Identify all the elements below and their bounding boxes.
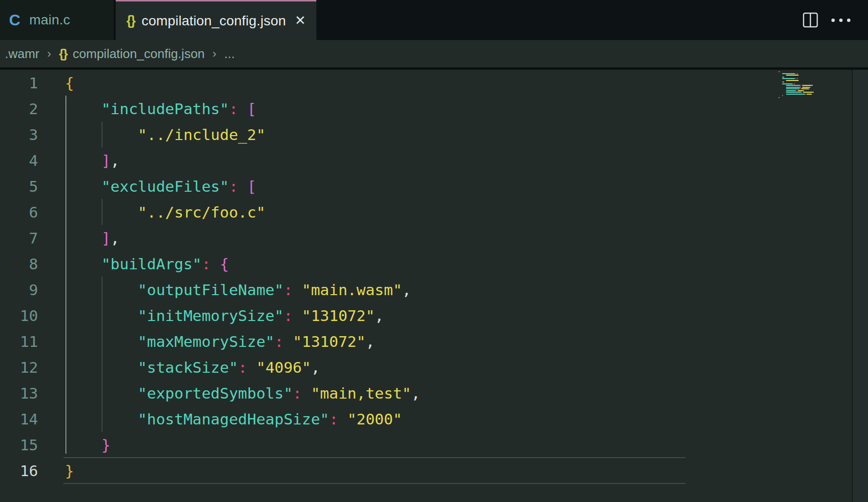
code-line[interactable]: 10 "initMemorySize": "131072", (0, 302, 684, 328)
line-number: 4 (0, 152, 38, 169)
line-number: 9 (0, 281, 38, 299)
line-number: 12 (0, 359, 38, 376)
code-line[interactable]: 8 "buildArgs": { (0, 251, 684, 277)
tab-main-c[interactable]: C main.c (0, 0, 116, 40)
minimap[interactable] (779, 71, 852, 105)
minimap-line (802, 85, 812, 86)
line-number: 13 (0, 384, 38, 402)
minimap-line (782, 73, 795, 74)
code-text: "hostManagedHeapSize": "2000" (38, 410, 402, 428)
minimap-line (795, 73, 796, 74)
line-number: 14 (0, 410, 38, 428)
minimap-line (801, 92, 802, 93)
minimap-line (806, 94, 812, 95)
json-icon: {} (59, 46, 67, 61)
minimap-line (786, 75, 799, 76)
code-line[interactable]: 1{ (0, 70, 684, 96)
line-number: 2 (0, 100, 38, 118)
minimap-line (782, 78, 795, 79)
close-icon[interactable]: ✕ (295, 14, 306, 27)
breadcrumb-file[interactable]: compilation_config.json (73, 46, 205, 61)
minimap-line (783, 77, 784, 78)
line-number: 8 (0, 255, 38, 273)
line-number: 6 (0, 203, 38, 221)
code-line[interactable]: 6 "../src/foo.c" (0, 199, 684, 225)
breadcrumb-symbol-overflow[interactable]: ... (224, 46, 235, 61)
minimap-line (786, 80, 799, 81)
minimap-line (802, 87, 809, 88)
ellipsis-icon (831, 19, 835, 22)
minimap-line (800, 87, 801, 88)
c-file-icon: C (7, 11, 22, 29)
tab-compilation-config-json[interactable]: {} compilation_config.json ✕ (116, 0, 316, 40)
breadcrumb: .wamr › {} compilation_config.json › ... (0, 40, 868, 67)
tab-bar: C main.c {} compilation_config.json ✕ (0, 0, 868, 40)
code-line[interactable]: 7 ], (0, 225, 684, 251)
minimap-line (796, 90, 797, 91)
code-line[interactable]: 11 "maxMemorySize": "131072", (0, 328, 684, 354)
json-icon: {} (126, 13, 135, 28)
editor-actions (802, 0, 868, 40)
code-line[interactable]: 2 "includePaths": [ (0, 96, 684, 121)
line-number: 7 (0, 229, 38, 247)
minimap-line (798, 90, 803, 91)
code-text: } (38, 436, 110, 454)
code-line[interactable]: 4 ], (0, 147, 684, 173)
minimap-line (797, 78, 798, 79)
code-text: } (38, 462, 74, 480)
chevron-right-icon: › (47, 47, 51, 60)
minimap-line (797, 73, 798, 74)
line-number: 16 (0, 462, 38, 480)
minimap-line (786, 85, 801, 86)
code-line[interactable]: 5 "excludeFiles": [ (0, 173, 684, 199)
minimap-line (792, 83, 793, 84)
code-text: ], (38, 152, 120, 169)
minimap-line (786, 88, 800, 89)
line-number: 15 (0, 436, 38, 454)
minimap-line (808, 88, 809, 89)
minimap-line (795, 78, 796, 79)
line-number: 11 (0, 333, 38, 350)
code-line[interactable]: 3 "../include_2" (0, 121, 684, 147)
minimap-line (800, 88, 801, 89)
line-number: 1 (0, 74, 38, 92)
minimap-line (803, 90, 804, 91)
breadcrumb-folder[interactable]: .wamr (5, 46, 40, 61)
code-line[interactable]: 12 "stackSize": "4096", (0, 354, 684, 380)
code-text: ], (38, 229, 120, 247)
code-text: "../src/foo.c" (38, 203, 266, 221)
minimap-line (803, 92, 813, 93)
minimap-line (794, 83, 795, 84)
line-number: 3 (0, 126, 38, 143)
more-actions-button[interactable] (831, 19, 850, 22)
code-line[interactable]: 14 "hostManagedHeapSize": "2000" (0, 406, 684, 432)
minimap-line (809, 87, 810, 88)
code-text: "exportedSymbols": "main,test", (38, 384, 420, 402)
code-text: "stackSize": "4096", (38, 359, 320, 376)
vertical-scrollbar[interactable] (853, 70, 868, 502)
code-text: "../include_2" (38, 126, 266, 143)
minimap-line (786, 90, 796, 91)
code-text: { (38, 74, 74, 92)
tab-label: main.c (29, 12, 70, 28)
split-editor-button[interactable] (802, 12, 819, 28)
minimap-line (782, 95, 783, 96)
minimap-line (801, 88, 808, 89)
code-text: "initMemorySize": "131072", (38, 307, 384, 324)
code-line[interactable]: 16} (0, 458, 684, 483)
code-line[interactable]: 9 "outputFileName": "main.wasm", (0, 277, 684, 302)
line-number: 5 (0, 178, 38, 195)
minimap-line (782, 83, 792, 84)
minimap-line (800, 85, 801, 86)
minimap-line (786, 92, 801, 93)
code-text: "outputFileName": "main.wasm", (38, 281, 411, 299)
minimap-line (805, 94, 806, 95)
minimap-line (786, 87, 801, 88)
code-text: "buildArgs": { (38, 255, 229, 273)
code-line[interactable]: 13 "exportedSymbols": "main,test", (0, 380, 684, 406)
chevron-right-icon: › (212, 47, 216, 60)
code-editor[interactable]: 1{2 "includePaths": [3 "../include_2"4 ]… (0, 70, 868, 502)
code-text: "excludeFiles": [ (38, 178, 256, 195)
code-line[interactable]: 15 } (0, 432, 684, 458)
split-editor-icon (802, 12, 819, 28)
